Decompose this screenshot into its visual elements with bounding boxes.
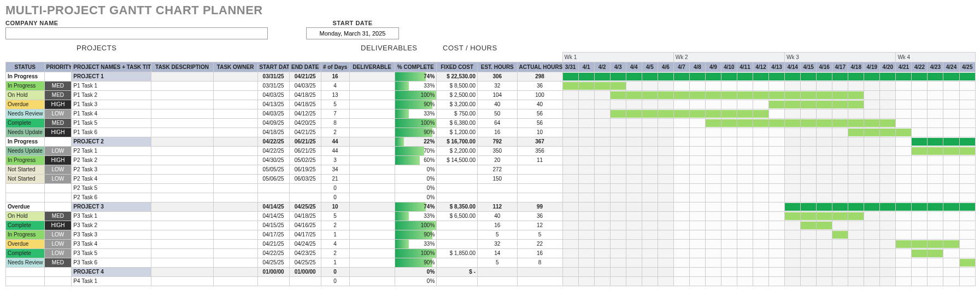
owner-cell[interactable] bbox=[213, 268, 257, 277]
gantt-cell[interactable] bbox=[848, 137, 864, 147]
acthours-cell[interactable]: 40 bbox=[517, 100, 562, 109]
days-cell[interactable]: 0 bbox=[321, 268, 349, 277]
gantt-cell[interactable] bbox=[642, 240, 658, 249]
gantt-cell[interactable] bbox=[848, 109, 864, 119]
day-header[interactable]: 4/21 bbox=[896, 62, 912, 72]
col-header[interactable]: TASK DESCRIPTION bbox=[151, 62, 213, 72]
esthours-cell[interactable]: 112 bbox=[477, 202, 517, 212]
gantt-cell[interactable] bbox=[832, 82, 848, 91]
gantt-cell[interactable] bbox=[896, 175, 912, 184]
day-header[interactable]: 4/17 bbox=[832, 62, 848, 72]
gantt-cell[interactable] bbox=[817, 91, 832, 100]
gantt-cell[interactable] bbox=[642, 212, 658, 221]
gantt-cell[interactable] bbox=[626, 147, 642, 156]
esthours-cell[interactable]: 32 bbox=[477, 82, 517, 91]
col-header[interactable]: FIXED COST bbox=[437, 62, 478, 72]
table-row[interactable]: Not StartedLOWP2 Task 305/05/2506/19/253… bbox=[6, 165, 976, 175]
esthours-cell[interactable] bbox=[477, 193, 517, 202]
day-header[interactable]: 4/23 bbox=[928, 62, 943, 72]
gantt-cell[interactable] bbox=[896, 109, 912, 119]
gantt-cell[interactable] bbox=[928, 100, 943, 109]
gantt-cell[interactable] bbox=[705, 193, 721, 202]
gantt-cell[interactable] bbox=[658, 165, 673, 175]
gantt-cell[interactable] bbox=[610, 109, 626, 119]
table-row[interactable]: Needs ReviewLOWP1 Task 404/03/2504/12/25… bbox=[6, 109, 976, 119]
gantt-cell[interactable] bbox=[769, 119, 785, 128]
days-cell[interactable]: 0 bbox=[321, 193, 349, 202]
gantt-cell[interactable] bbox=[864, 212, 880, 221]
cost-cell[interactable]: $ 16,700.00 bbox=[437, 137, 478, 147]
day-header[interactable]: 4/12 bbox=[753, 62, 769, 72]
enddate-cell[interactable]: 04/18/25 bbox=[289, 212, 321, 221]
gantt-cell[interactable] bbox=[912, 221, 928, 230]
gantt-cell[interactable] bbox=[785, 119, 801, 128]
gantt-cell[interactable] bbox=[578, 268, 594, 277]
gantt-cell[interactable] bbox=[753, 249, 769, 258]
pct-cell[interactable]: 0% bbox=[395, 165, 437, 175]
gantt-cell[interactable] bbox=[943, 147, 959, 156]
esthours-cell[interactable]: 272 bbox=[477, 165, 517, 175]
pct-cell[interactable]: 0% bbox=[395, 268, 437, 277]
startdate-cell[interactable]: 05/05/25 bbox=[257, 165, 289, 175]
priority-cell[interactable] bbox=[44, 184, 72, 193]
pct-cell[interactable]: 100% bbox=[395, 249, 437, 258]
gantt-cell[interactable] bbox=[785, 128, 801, 137]
gantt-grid[interactable]: Wk 1Wk 2Wk 3Wk 4STATUSPRIORITYPROJECT NA… bbox=[5, 52, 976, 286]
gantt-cell[interactable] bbox=[880, 249, 896, 258]
priority-cell[interactable] bbox=[44, 277, 72, 286]
owner-cell[interactable] bbox=[213, 147, 257, 156]
gantt-cell[interactable] bbox=[626, 212, 642, 221]
gantt-cell[interactable] bbox=[673, 91, 689, 100]
gantt-cell[interactable] bbox=[785, 212, 801, 221]
gantt-cell[interactable] bbox=[673, 202, 689, 212]
gantt-cell[interactable] bbox=[943, 175, 959, 184]
gantt-cell[interactable] bbox=[959, 137, 976, 147]
gantt-cell[interactable] bbox=[658, 109, 673, 119]
gantt-cell[interactable] bbox=[848, 249, 864, 258]
startdate-cell[interactable]: 03/31/25 bbox=[257, 72, 289, 82]
gantt-cell[interactable] bbox=[721, 165, 737, 175]
gantt-cell[interactable] bbox=[832, 230, 848, 240]
gantt-cell[interactable] bbox=[642, 258, 658, 268]
gantt-cell[interactable] bbox=[928, 230, 943, 240]
gantt-cell[interactable] bbox=[737, 193, 753, 202]
gantt-cell[interactable] bbox=[769, 137, 785, 147]
days-cell[interactable]: 3 bbox=[321, 156, 349, 165]
days-cell[interactable]: 8 bbox=[321, 119, 349, 128]
gantt-cell[interactable] bbox=[721, 156, 737, 165]
gantt-cell[interactable] bbox=[880, 193, 896, 202]
deliverable-cell[interactable] bbox=[349, 268, 395, 277]
gantt-cell[interactable] bbox=[594, 193, 610, 202]
gantt-cell[interactable] bbox=[959, 128, 976, 137]
gantt-cell[interactable] bbox=[594, 147, 610, 156]
gantt-cell[interactable] bbox=[673, 193, 689, 202]
gantt-cell[interactable] bbox=[848, 175, 864, 184]
gantt-cell[interactable] bbox=[817, 82, 832, 91]
deliverable-cell[interactable] bbox=[349, 202, 395, 212]
gantt-cell[interactable] bbox=[721, 268, 737, 277]
gantt-cell[interactable] bbox=[753, 175, 769, 184]
company-input[interactable] bbox=[5, 27, 268, 39]
table-row[interactable]: P2 Task 500% bbox=[6, 184, 976, 193]
days-cell[interactable]: 5 bbox=[321, 212, 349, 221]
cost-cell[interactable]: $ 2,500.00 bbox=[437, 91, 478, 100]
cost-cell[interactable] bbox=[437, 175, 478, 184]
owner-cell[interactable] bbox=[213, 109, 257, 119]
desc-cell[interactable] bbox=[151, 128, 213, 137]
enddate-cell[interactable]: 04/24/25 bbox=[289, 240, 321, 249]
gantt-cell[interactable] bbox=[721, 249, 737, 258]
gantt-cell[interactable] bbox=[848, 128, 864, 137]
gantt-cell[interactable] bbox=[705, 175, 721, 184]
cost-cell[interactable]: $ 8,500.00 bbox=[437, 82, 478, 91]
gantt-cell[interactable] bbox=[801, 230, 817, 240]
col-header[interactable]: STATUS bbox=[6, 62, 45, 72]
startdate-cell[interactable]: 04/03/25 bbox=[257, 109, 289, 119]
gantt-cell[interactable] bbox=[801, 212, 817, 221]
status-cell[interactable]: Complete bbox=[6, 119, 45, 128]
startdate-cell[interactable]: 04/25/25 bbox=[257, 258, 289, 268]
gantt-cell[interactable] bbox=[721, 184, 737, 193]
gantt-cell[interactable] bbox=[817, 230, 832, 240]
pct-cell[interactable]: 90% bbox=[395, 128, 437, 137]
gantt-cell[interactable] bbox=[705, 165, 721, 175]
gantt-cell[interactable] bbox=[801, 258, 817, 268]
